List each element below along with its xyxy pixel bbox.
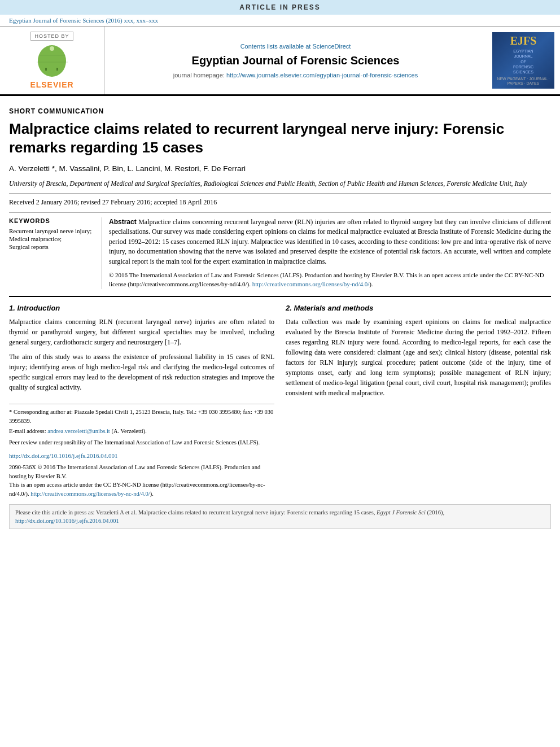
materials-section-title: 2. Materials and methods — [286, 303, 551, 314]
keywords-box: KEYWORDS Recurrent laryngeal nerve injur… — [9, 217, 102, 289]
journal-center-block: Contents lists available at ScienceDirec… — [104, 27, 487, 94]
article-in-press-banner: ARTICLE IN PRESS — [0, 0, 560, 15]
body-columns: 1. Introduction Malpractice claims conce… — [9, 303, 551, 499]
keywords-title: KEYWORDS — [9, 217, 95, 224]
cite-box: Please cite this article in press as: Ve… — [9, 504, 551, 529]
svg-rect-6 — [56, 68, 58, 71]
doi-line: http://dx.doi.org/10.1016/j.ejfs.2016.04… — [9, 451, 274, 461]
sciencedirect-link[interactable]: ScienceDirect — [312, 43, 351, 50]
affiliation-line: University of Brescia, Department of Med… — [9, 178, 551, 189]
journal-right-logo-block: EJFS EGYPTIAN JOURNAL OF FORENSIC SCIENC… — [487, 27, 560, 94]
intro-para-2: The aim of this study was to assess the … — [9, 352, 274, 392]
abstract-copyright: © 2016 The International Association of … — [109, 271, 551, 289]
journal-header: HOSTED BY ELSEVIER Contents lists — [0, 26, 560, 96]
journal-title-header: Egyptian Journal of Forensic Sciences — [192, 54, 400, 67]
article-type-label: SHORT COMMUNICATION — [9, 107, 551, 115]
keyword-item-1: Recurrent laryngeal nerve injury; — [9, 228, 95, 234]
cite-prefix: Please cite this article in press as: Ve… — [15, 509, 375, 516]
divider-rule-2 — [9, 212, 551, 213]
received-line: Received 2 January 2016; revised 27 Febr… — [9, 198, 551, 207]
keyword-item-3: Surgical reports — [9, 243, 95, 250]
abstract-text-box: Abstract Malpractice claims concerning r… — [109, 217, 551, 289]
abstract-label: Abstract — [109, 218, 137, 226]
elsevier-logo-block: HOSTED BY ELSEVIER — [0, 27, 104, 94]
journal-homepage-line: journal homepage: http://www.journals.el… — [173, 72, 418, 78]
svg-rect-5 — [45, 68, 47, 71]
body-col-right: 2. Materials and methods Data collection… — [286, 303, 551, 499]
keyword-item-2: Medical malpractice; — [9, 235, 95, 242]
svg-point-4 — [50, 46, 54, 51]
journal-top-link-text[interactable]: Egyptian Journal of Forensic Sciences (2… — [9, 17, 158, 24]
abstract-body: Malpractice claims concerning recurrent … — [109, 218, 551, 265]
footer-license-link[interactable]: http://creativecommons.org/licenses/by-n… — [30, 491, 150, 497]
journal-homepage-url[interactable]: http://www.journals.elsevier.com/egyptia… — [226, 72, 418, 78]
abstract-paragraph: Abstract Malpractice claims concerning r… — [109, 217, 551, 267]
thick-divider — [9, 296, 551, 297]
hosted-by-label: HOSTED BY — [30, 32, 73, 41]
journal-right-logo-box: EJFS EGYPTIAN JOURNAL OF FORENSIC SCIENC… — [492, 32, 554, 89]
copyright-footer: 2090-536X © 2016 The International Assoc… — [9, 463, 274, 499]
main-content: SHORT COMMUNICATION Malpractice claims r… — [0, 96, 560, 499]
materials-para-1: Data collection was made by examining ex… — [286, 317, 551, 398]
cite-doi-link[interactable]: http://dx.doi.org/10.1016/j.ejfs.2016.04… — [15, 518, 119, 524]
elsevier-tree-icon — [28, 44, 76, 78]
journal-top-link[interactable]: Egyptian Journal of Forensic Sciences (2… — [0, 15, 560, 26]
divider-rule — [9, 193, 551, 194]
footnote-peer-review: Peer review under responsibility of The … — [9, 438, 274, 447]
elsevier-wordmark: ELSEVIER — [30, 80, 73, 89]
cite-year: (2016), — [427, 509, 444, 516]
article-title: Malpractice claims related to recurrent … — [9, 120, 551, 156]
footnote-area: * Corresponding author at: Piazzale Sped… — [9, 404, 274, 447]
elsevier-logo-svg: ELSEVIER — [28, 44, 76, 89]
intro-section-title: 1. Introduction — [9, 303, 274, 314]
intro-para-1: Malpractice claims concerning RLN (recur… — [9, 317, 274, 347]
footnote-email-line: E-mail address: andrea.verzeletti@unibs.… — [9, 427, 274, 436]
footnote-email-link[interactable]: andrea.verzeletti@unibs.it — [47, 428, 110, 434]
body-col-left: 1. Introduction Malpractice claims conce… — [9, 303, 274, 499]
footnote-corresponding: * Corresponding author at: Piazzale Sped… — [9, 408, 274, 426]
abstract-area: KEYWORDS Recurrent laryngeal nerve injur… — [9, 217, 551, 289]
cite-journal: Egypt J Forensic Sci — [377, 509, 426, 516]
cc-license-link[interactable]: http://creativecommons.org/licenses/by-n… — [252, 281, 370, 287]
authors-line: A. Verzeletti *, M. Vassalini, P. Bin, L… — [9, 164, 551, 173]
doi-link[interactable]: http://dx.doi.org/10.1016/j.ejfs.2016.04… — [9, 452, 118, 459]
contents-available-text: Contents lists available at ScienceDirec… — [240, 43, 351, 50]
